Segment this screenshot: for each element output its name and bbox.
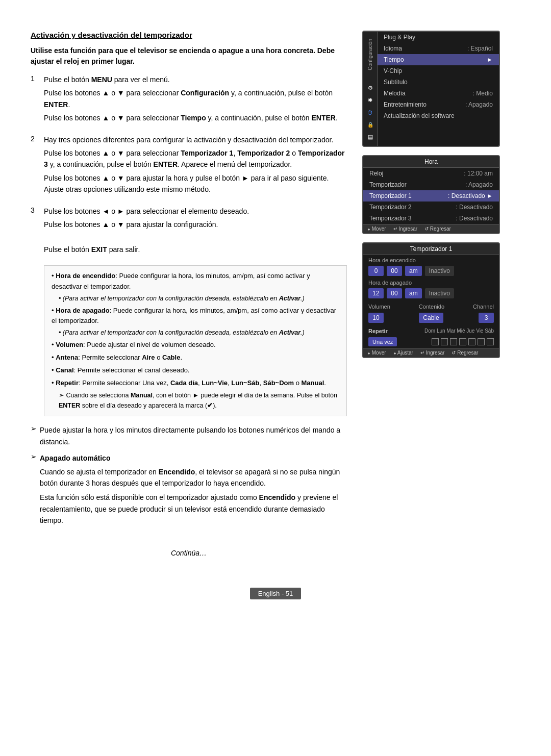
intro-text: Utilise esta función para que el televis… [31, 45, 347, 67]
menu-item-vchip: V-Chip [378, 65, 499, 77]
step-2-line-2: Pulse los botones ▲ o ▼ para seleccionar… [44, 147, 347, 170]
tv-sidebar-config: Configuración ⚙ ✱ ⏱ 🔒 ▤ Plug & Play [363, 32, 499, 146]
right-column: Configuración ⚙ ✱ ⏱ 🔒 ▤ Plug & Play [362, 31, 500, 557]
page: Activación y desactivación del temporiza… [0, 0, 551, 756]
day-jue [468, 338, 475, 345]
step-1-line-3: Pulse los botones ▲ o ▼ para seleccionar… [44, 112, 347, 123]
tv-hora-title: Hora [363, 156, 499, 168]
apagado-content: Apagado automático Cuando se ajusta el t… [40, 452, 347, 528]
step-2-line-3: Pulse los botones ▲ o ▼ para ajustar la … [44, 172, 347, 195]
section-title: Activación y desactivación del temporiza… [31, 31, 347, 39]
arrow-symbol: ➢ [31, 424, 37, 447]
menu-item-entretenimiento: Entretenimiento : Apagado [378, 99, 499, 110]
hora-temp3: Temporizador 3 : Desactivado [363, 213, 499, 224]
note-canal: Canal: Permite seleccionar el canal dese… [52, 365, 339, 376]
day-mie [459, 338, 466, 345]
una-vez-btn: Una vez [368, 337, 397, 346]
hora-bottom-bar: ⬥ Mover ↵ Ingresar ↺ Regresar [363, 224, 499, 233]
hora-temporizador: Temporizador : Apagado [363, 179, 499, 190]
day-mar [450, 338, 457, 345]
step-3-number: 3 [31, 206, 39, 258]
tv-timer1-title: Temporizador 1 [363, 243, 499, 255]
step-3-line-2: Pulse los botones ▲ o ▼ para ajustar la … [44, 219, 347, 230]
apag-ampm: am [405, 288, 422, 298]
hora-reloj: Reloj : 12:00 am [363, 168, 499, 179]
footer-badge: English - 51 [250, 588, 302, 599]
menu-item-plugplay: Plug & Play [378, 32, 499, 43]
hora-temp2: Temporizador 2 : Desactivado [363, 201, 499, 213]
note-antena: Antena: Permite seleccionar Aire o Cable… [52, 352, 339, 363]
repetir-label: Repetir [368, 328, 388, 334]
arrow-item-1: ➢ Puede ajustar la hora y los minutos di… [31, 424, 347, 447]
apagado-title: Apagado automático [40, 454, 110, 462]
days-header: Dom Lun Mar Mié Jue Vie Sáb [424, 328, 494, 334]
day-lun [441, 338, 448, 345]
apagado-arrow-symbol: ➢ [31, 452, 37, 528]
una-vez-row: Una vez [363, 336, 499, 348]
note-hora-apag-sub: (Para activar el temporizador con la con… [59, 327, 339, 338]
day-sab [487, 338, 494, 345]
tv-sidebar-left-config: Configuración ⚙ ✱ ⏱ 🔒 ▤ [363, 32, 378, 146]
hora-temp1: Temporizador 1 : Desactivado ► [363, 190, 499, 201]
icon-sub: ▤ [366, 133, 375, 142]
footer: English - 51 [31, 588, 520, 599]
note-hora-apag: Hora de apagado: Puede configurar la hor… [52, 306, 339, 327]
apag-state: Inactivo [425, 288, 454, 298]
apagado-line-2: Esta función sólo está disponible con el… [40, 492, 347, 526]
enc-ampm: am [405, 266, 422, 276]
menu-item-subtitulo: Subtitulo [378, 77, 499, 88]
content-area: Activación y desactivación del temporiza… [31, 31, 520, 557]
apag-hour: 12 [368, 288, 384, 298]
note-repetir: Repetir: Permite seleccionar Una vez, Ca… [52, 378, 339, 389]
contenido-label: Contenido [419, 304, 444, 310]
menu-item-actualizacion: Actualización del software [378, 110, 499, 121]
menu-item-idioma: Idioma : Español [378, 43, 499, 54]
vol-content-channel-values: 10 Cable 3 [363, 311, 499, 324]
apagado-line-1: Cuando se ajusta el temporizador en Ence… [40, 466, 347, 489]
apagado-arrow: ➢ Apagado automático Cuando se ajusta el… [31, 452, 347, 528]
hora-apagado-label: Hora de apagado [363, 278, 499, 287]
arrow-text-1: Puede ajustar la hora y los minutos dire… [40, 424, 347, 447]
vol-content-channel-row: Volumen Contenido Channel [363, 302, 499, 311]
icon-vchip: 🔒 [366, 120, 375, 130]
menu-item-tiempo: Tiempo ► [378, 54, 499, 65]
day-dom [432, 338, 439, 345]
apagado-section: ➢ Apagado automático Cuando se ajusta el… [31, 452, 347, 528]
hora-encendido-row: 0 00 am Inactivo [363, 264, 499, 278]
step-1-number: 1 [31, 74, 39, 126]
icon-plugplay: ⚙ [366, 84, 375, 93]
step-3-content: Pulse los botones ◄ o ► para seleccionar… [44, 206, 347, 258]
note-repetir-sub: ➢ Cuando se selecciona Manual, con el bo… [59, 390, 339, 411]
volumen-value: 10 [368, 313, 384, 323]
tv-sidebar-right-config: Plug & Play Idioma : Español Tiempo ► [378, 32, 499, 146]
tv-panel-hora: Hora Reloj : 12:00 am Temporizador : Apa… [362, 155, 500, 234]
enc-state: Inactivo [425, 266, 454, 276]
note-volumen: Volumen: Puede ajustar el nivel de volum… [52, 340, 339, 350]
notes-box: Hora de encendido: Puede configurar la h… [44, 265, 347, 416]
hora-apagado-row: 12 00 am Inactivo [363, 287, 499, 300]
day-vie [478, 338, 485, 345]
apag-min: 00 [387, 288, 402, 298]
left-column: Activación y desactivación del temporiza… [31, 31, 347, 557]
repetir-row: Repetir Dom Lun Mar Mié Jue Vie Sáb [363, 326, 499, 336]
volumen-label: Volumen [368, 304, 390, 310]
step-2-content: Hay tres opciones diferentes para config… [44, 134, 347, 197]
enc-min: 00 [387, 266, 402, 276]
channel-value: 3 [479, 313, 494, 323]
step-1-line-1: Pulse el botón MENU para ver el menú. [44, 74, 347, 85]
enc-hour: 0 [368, 266, 384, 276]
step-3-line-3: Pulse el botón EXIT para salir. [44, 244, 347, 255]
icon-idioma: ✱ [366, 96, 375, 105]
step-1-line-2: Pulse los botones ▲ o ▼ para seleccionar… [44, 87, 347, 110]
tv-panel-timer1: Temporizador 1 Hora de encendido 0 00 am… [362, 242, 500, 358]
note-hora-enc: Hora de encendido: Puede configurar la h… [52, 271, 339, 292]
config-label: Configuración [366, 34, 374, 75]
step-3: 3 Pulse los botones ◄ o ► para seleccion… [31, 206, 347, 258]
timer1-bottom-bar: ⬥ Mover ⬥ Ajustar ↵ Ingresar ↺ Regresar [363, 348, 499, 357]
step-2: 2 Hay tres opciones diferentes para conf… [31, 134, 347, 197]
channel-label-text: Channel [473, 304, 494, 310]
tv-panel-config: Configuración ⚙ ✱ ⏱ 🔒 ▤ Plug & Play [362, 31, 500, 147]
icon-tiempo: ⏱ [366, 108, 375, 117]
hora-encendido-label: Hora de encendido [363, 255, 499, 264]
contenido-value: Cable [419, 313, 443, 323]
